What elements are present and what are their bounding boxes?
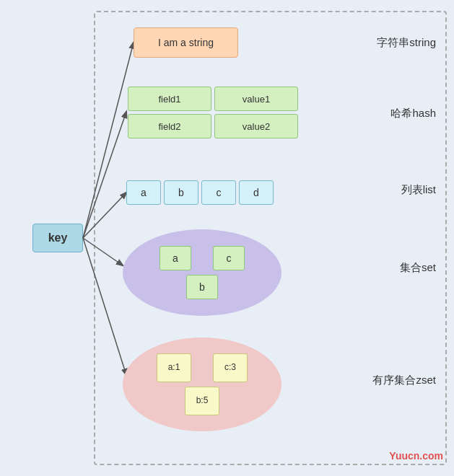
key-box: key: [32, 224, 83, 252]
watermark: Yuucn.com: [389, 450, 443, 462]
zset-row-top: a: 1 c: 3: [157, 353, 248, 382]
zset-item-c: c: 3: [213, 353, 248, 382]
zset-item-b: b: 5: [185, 387, 219, 415]
hash-field-1: field1: [128, 87, 211, 111]
list-item-d: d: [239, 180, 274, 205]
set-row-top: a c: [160, 246, 245, 270]
list-item-a: a: [126, 180, 161, 205]
set-item-b: b: [186, 275, 218, 299]
hash-row-2: field2 value2: [126, 114, 300, 138]
hash-field-2: field2: [128, 114, 211, 138]
set-ellipse: a c b: [123, 229, 281, 316]
main-container: key I am a string 字符串string field1 value…: [0, 0, 454, 476]
hash-row-1: field1 value1: [126, 87, 300, 111]
string-box: I am a string: [134, 27, 238, 58]
hash-label: 哈希hash: [390, 107, 436, 120]
zset-ellipse: a: 1 c: 3 b: 5: [123, 338, 281, 431]
list-item-b: b: [164, 180, 198, 205]
string-label: 字符串string: [377, 36, 436, 50]
string-value: I am a string: [158, 37, 214, 48]
hash-value-1: value1: [214, 87, 298, 111]
hash-value-2: value2: [214, 114, 298, 138]
zset-item-a: a: 1: [157, 353, 191, 382]
set-item-a: a: [160, 246, 191, 270]
list-label: 列表list: [401, 183, 436, 197]
set-label: 集合set: [400, 261, 436, 275]
list-container: a b c d: [126, 180, 274, 205]
set-item-c: c: [213, 246, 245, 270]
list-item-c: c: [201, 180, 236, 205]
key-label: key: [48, 232, 68, 244]
hash-container: field1 value1 field2 value2: [126, 87, 300, 141]
zset-label: 有序集合zset: [372, 374, 436, 387]
